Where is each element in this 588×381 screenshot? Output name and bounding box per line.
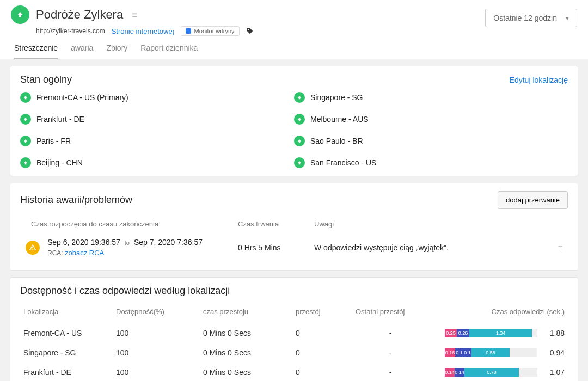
page-header: Podróże Zylkera ≡ http://zylker-travels.… xyxy=(0,0,588,59)
rca-link[interactable]: zobacz RCA xyxy=(65,249,104,257)
time-range-label: Ostatnie 12 godzin xyxy=(493,14,557,22)
table-row: Fremont-CA - US1000 Mins 0 Secs0-0.250.2… xyxy=(20,323,568,343)
chip-label: Monitor witryny xyxy=(194,28,235,34)
col-last-outage: Ostatni przestój xyxy=(352,302,428,323)
response-segment: 0.16 xyxy=(445,348,455,357)
col-notes: Uwagi xyxy=(314,220,546,228)
cell-outages: 0 xyxy=(292,343,352,362)
response-time-value: 1.88 xyxy=(543,329,565,337)
table-row: Singapore - SG1000 Mins 0 Secs0-0.160.10… xyxy=(20,343,568,362)
menu-icon[interactable]: ≡ xyxy=(132,9,138,21)
tab-outage[interactable]: awaria xyxy=(71,44,93,59)
col-outages: przestój xyxy=(292,302,352,323)
cell-availability: 100 xyxy=(113,343,200,362)
location-item: Singapore - SG xyxy=(294,92,568,103)
response-segment: 0.14 xyxy=(455,368,464,377)
col-location: Lokalizacja xyxy=(20,302,113,323)
location-name: San Francisco - US xyxy=(310,158,376,167)
cell-last-outage: - xyxy=(352,343,428,362)
location-item: Paris - FR xyxy=(20,136,294,146)
col-response-time: Czas odpowiedzi (sek.) xyxy=(428,302,568,323)
time-range-select[interactable]: Ostatnie 12 godzin ▼ xyxy=(485,9,577,27)
tab-inventory[interactable]: Zbiory xyxy=(106,44,127,59)
outage-end: Sep 7, 2020 7:36:57 xyxy=(134,238,203,247)
col-start-end: Czas rozpoczęcia do czasu zakończenia xyxy=(26,220,238,228)
response-time-value: 0.94 xyxy=(543,348,565,357)
availability-title: Dostępność i czas odpowiedzi według loka… xyxy=(20,285,568,297)
monitor-url: http://zylker-travels.com xyxy=(36,27,105,35)
svg-point-0 xyxy=(248,29,249,30)
response-segment: 0.78 xyxy=(464,368,519,377)
location-name: Beijing - CHN xyxy=(36,158,83,167)
edit-location-link[interactable]: Edytuj lokalizację xyxy=(510,76,568,84)
response-segment: 1.34 xyxy=(469,329,532,337)
status-up-icon xyxy=(11,5,29,24)
response-bar: 0.160.10.10.58 xyxy=(445,348,537,357)
response-segment: 0.25 xyxy=(445,329,457,337)
tag-icon[interactable] xyxy=(246,27,254,35)
status-up-icon xyxy=(20,114,31,125)
warning-icon xyxy=(26,241,40,255)
col-downtime: czas przestoju xyxy=(200,302,292,323)
status-up-icon xyxy=(294,136,305,146)
overall-status-title: Stan ogólny xyxy=(20,74,72,85)
response-bar: 0.250.261.34 xyxy=(445,329,537,337)
outage-to: to xyxy=(122,239,132,246)
location-name: Fremont-CA - US (Primary) xyxy=(36,93,128,102)
location-name: Frankfurt - DE xyxy=(36,115,84,124)
cell-location: Frankfurt - DE xyxy=(20,362,113,381)
location-name: Paris - FR xyxy=(36,137,71,145)
page-title: Podróże Zylkera xyxy=(36,8,123,22)
outage-history-title: Historia awarii/problemów xyxy=(20,194,132,206)
cell-availability: 100 xyxy=(113,362,200,381)
outage-history-card: Historia awarii/problemów dodaj przerwan… xyxy=(10,183,578,271)
location-item: San Francisco - US xyxy=(294,157,568,168)
status-up-icon xyxy=(294,157,305,168)
status-up-icon xyxy=(20,92,31,103)
location-item: Sao Paulo - BR xyxy=(294,136,568,146)
tab-summary[interactable]: Streszczenie xyxy=(14,44,58,59)
cell-downtime: 0 Mins 0 Secs xyxy=(200,362,292,381)
tab-logreport[interactable]: Raport dziennika xyxy=(140,44,198,59)
website-link[interactable]: Stronie internetowej xyxy=(112,27,174,35)
status-up-icon xyxy=(294,114,305,125)
outage-notes: W odpowiedzi występuje ciąg „wyjątek". xyxy=(314,243,546,252)
location-name: Melbourne - AUS xyxy=(310,115,369,124)
col-availability: Dostępność(%) xyxy=(113,302,200,323)
table-row: Frankfurt - DE1000 Mins 0 Secs0-0.140.14… xyxy=(20,362,568,381)
outage-row: Sep 6, 2020 19:36:57 to Sep 7, 2020 7:36… xyxy=(20,232,568,262)
row-menu-icon[interactable]: ≡ xyxy=(546,243,562,252)
availability-card: Dostępność i czas odpowiedzi według loka… xyxy=(10,277,578,381)
add-outage-button[interactable]: dodaj przerwanie xyxy=(498,191,568,209)
response-segment: 0.14 xyxy=(445,368,455,377)
cell-last-outage: - xyxy=(352,323,428,343)
rca-label: RCA: xyxy=(47,249,63,257)
location-item: Fremont-CA - US (Primary) xyxy=(20,92,294,103)
cell-availability: 100 xyxy=(113,323,200,343)
overall-status-card: Stan ogólny Edytuj lokalizację Fremont-C… xyxy=(10,66,578,176)
location-item: Melbourne - AUS xyxy=(294,114,568,125)
chip-color-icon xyxy=(186,28,191,34)
cell-location: Fremont-CA - US xyxy=(20,323,113,343)
cell-outages: 0 xyxy=(292,323,352,343)
response-segment: 0.1 xyxy=(455,348,463,357)
cell-outages: 0 xyxy=(292,362,352,381)
location-name: Sao Paulo - BR xyxy=(310,137,363,145)
cell-location: Singapore - SG xyxy=(20,343,113,362)
cell-downtime: 0 Mins 0 Secs xyxy=(200,343,292,362)
location-item: Beijing - CHN xyxy=(20,157,294,168)
response-time-value: 1.07 xyxy=(543,368,565,377)
response-segment: 0.58 xyxy=(471,348,510,357)
cell-last-outage: - xyxy=(352,362,428,381)
col-duration: Czas trwania xyxy=(238,220,314,228)
tabs: Streszczenie awaria Zbiory Raport dzienn… xyxy=(14,44,577,59)
status-up-icon xyxy=(20,136,31,146)
location-name: Singapore - SG xyxy=(310,93,363,102)
status-up-icon xyxy=(294,92,305,103)
response-segment: 0.26 xyxy=(457,329,469,337)
monitor-type-chip[interactable]: Monitor witryny xyxy=(181,26,240,36)
status-up-icon xyxy=(20,157,31,168)
location-item: Frankfurt - DE xyxy=(20,114,294,125)
response-bar: 0.140.140.78 xyxy=(445,368,537,377)
response-segment: 0.1 xyxy=(463,348,471,357)
